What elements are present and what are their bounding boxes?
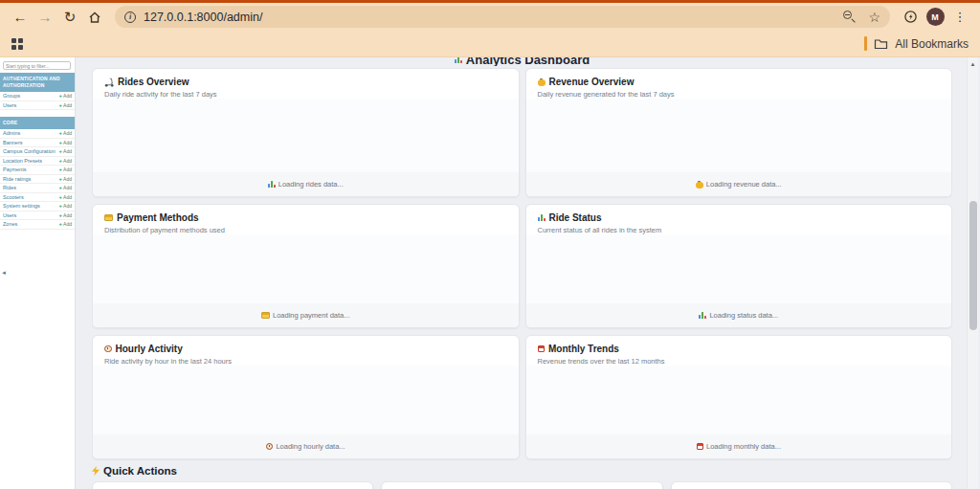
zoom-out-icon[interactable] <box>843 11 857 24</box>
sidebar-item-banners: Banners +Add <box>0 139 75 148</box>
sidebar-link[interactable]: Rides <box>3 185 16 190</box>
card-subtitle: Daily ride activity for the last 7 days <box>104 90 507 99</box>
loading-indicator: Loading monthly data... <box>526 434 952 458</box>
address-bar[interactable]: i 127.0.0.1:8000/admin/ ☆ <box>115 6 890 28</box>
credit-card-icon <box>261 312 270 319</box>
sidebar-link[interactable]: Ride ratings <box>3 176 31 182</box>
payment-methods-card: Payment Methods Distribution of payment … <box>92 204 520 328</box>
revenue-overview-card: Revenue Overview Daily revenue generated… <box>525 68 953 197</box>
plus-icon: + <box>59 148 63 154</box>
key-insights-card: KEY INSIGHTS <box>671 481 952 489</box>
add-link[interactable]: +Add <box>59 148 72 154</box>
chart-placeholder: Loading payment data... <box>93 234 519 327</box>
money-bag-icon <box>696 181 703 189</box>
loading-indicator: Loading status data... <box>526 303 952 327</box>
plus-icon: + <box>59 140 63 145</box>
sidebar-link[interactable]: Zones <box>3 221 17 227</box>
calendar-icon <box>538 345 546 353</box>
sidebar-collapse-toggle[interactable]: ◄ <box>1 270 7 276</box>
clock-icon <box>104 345 112 353</box>
sidebar-link[interactable]: Scooters <box>3 194 24 200</box>
plus-icon: + <box>59 185 63 190</box>
quick-actions-heading: Quick Actions <box>92 464 952 478</box>
card-title: Ride Status <box>549 212 602 223</box>
chart-placeholder: Loading monthly data... <box>526 366 952 458</box>
forward-button[interactable]: → <box>33 5 57 30</box>
home-button[interactable] <box>82 5 107 30</box>
sidebar-item-ride-ratings: Ride ratings +Add <box>0 175 75 185</box>
home-icon <box>88 11 101 24</box>
sidebar-link[interactable]: Payments <box>3 167 26 172</box>
page-scrollbar[interactable]: ▲ <box>967 57 978 489</box>
sidebar-item-admins: Admins +Add <box>0 129 75 139</box>
all-bookmarks-button[interactable]: All Bookmarks <box>864 36 969 51</box>
card-title: Monthly Trends <box>548 344 619 354</box>
add-link[interactable]: +Add <box>59 167 72 172</box>
sidebar-item-rides: Rides +Add <box>0 184 75 193</box>
plus-icon: + <box>59 176 63 182</box>
apps-grid-icon[interactable] <box>11 38 23 50</box>
sidebar-item-payments: Payments +Add <box>0 166 75 175</box>
plus-icon: + <box>59 203 63 209</box>
sidebar-link[interactable]: Location Presets <box>3 158 42 164</box>
sidebar-link[interactable]: Campus Configuration <box>3 148 56 154</box>
bookmark-star-icon[interactable]: ☆ <box>868 10 880 25</box>
add-link[interactable]: +Add <box>59 176 72 182</box>
profile-avatar[interactable]: M <box>923 5 947 30</box>
card-subtitle: Current status of all rides in the syste… <box>538 226 941 234</box>
scrollbar-thumb[interactable] <box>969 201 977 330</box>
add-link[interactable]: +Add <box>59 140 72 145</box>
clock-icon <box>266 443 274 451</box>
sidebar-link[interactable]: Users <box>3 102 16 108</box>
card-subtitle: Revenue trends over the last 12 months <box>538 357 941 366</box>
chart-placeholder: Loading rides data... <box>93 99 519 196</box>
add-link[interactable]: +Add <box>59 194 72 200</box>
sidebar-link[interactable]: System settings <box>3 203 40 209</box>
add-link[interactable]: +Add <box>59 102 72 108</box>
card-title: Hourly Activity <box>116 344 183 354</box>
back-button[interactable]: ← <box>8 5 33 30</box>
folder-icon <box>874 37 888 50</box>
ride-status-card: Ride Status Current status of all rides … <box>525 204 953 328</box>
card-subtitle: Ride activity by hour in the last 24 hou… <box>104 357 507 366</box>
site-info-icon[interactable]: i <box>124 11 136 23</box>
sidebar-item-campus-configuration: Campus Configuration +Add <box>0 147 75 157</box>
scrollbar-up-arrow[interactable]: ▲ <box>968 57 978 67</box>
loading-indicator: Loading rides data... <box>93 172 519 196</box>
add-link[interactable]: +Add <box>59 203 72 209</box>
bookmarks-bar: All Bookmarks <box>0 31 980 57</box>
sidebar-item-location-presets: Location Presets +Add <box>0 157 75 167</box>
plus-icon: + <box>59 212 63 218</box>
sidebar-section-core: CORE <box>0 117 75 129</box>
browser-menu-button[interactable]: ⋮ <box>947 5 972 30</box>
add-link[interactable]: +Add <box>59 221 72 227</box>
add-link[interactable]: +Add <box>59 158 72 164</box>
card-subtitle: Daily revenue generated for the last 7 d… <box>538 90 941 99</box>
bar-chart-icon <box>455 57 462 63</box>
credit-card-icon <box>104 214 113 221</box>
sidebar-link[interactable]: Users <box>3 212 16 218</box>
add-link[interactable]: +Add <box>59 212 72 218</box>
charts-grid: Rides Overview Daily ride activity for t… <box>92 68 952 459</box>
extension-icon[interactable] <box>898 5 923 30</box>
bookmarks-separator <box>864 36 867 51</box>
sidebar-section-auth: AUTHENTICATION AND AUTHORIZATION <box>0 73 75 92</box>
add-link[interactable]: +Add <box>59 130 72 136</box>
sidebar-filter-input[interactable] <box>3 61 71 70</box>
chart-placeholder: Loading hourly data... <box>93 366 519 458</box>
sidebar-link[interactable]: Admins <box>3 130 20 136</box>
card-title: Rides Overview <box>118 77 189 87</box>
add-link[interactable]: +Add <box>59 185 72 190</box>
rides-overview-card: Rides Overview Daily ride activity for t… <box>92 68 520 197</box>
loading-indicator: Loading revenue data... <box>526 172 952 196</box>
url-text[interactable]: 127.0.0.1:8000/admin/ <box>144 11 843 24</box>
money-bag-icon <box>538 78 546 86</box>
add-link[interactable]: +Add <box>59 93 72 99</box>
sidebar-link[interactable]: Groups <box>3 93 20 99</box>
plus-icon: + <box>59 102 63 108</box>
sidebar-item-users-core: Users +Add <box>0 211 75 221</box>
monthly-trends-card: Monthly Trends Revenue trends over the l… <box>525 335 953 459</box>
reload-button[interactable]: ↻ <box>57 5 82 30</box>
sidebar-link[interactable]: Banners <box>3 140 23 145</box>
dashboard-info-card: DASHBOARD INFO <box>381 481 662 489</box>
